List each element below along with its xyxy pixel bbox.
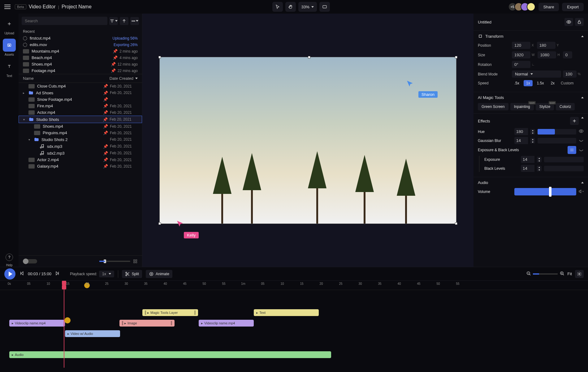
share-button[interactable]: Share <box>538 3 559 11</box>
clip-magic-tools[interactable]: ▸ Magic Tools Layer <box>142 309 198 316</box>
asset-row[interactable]: Pinguins.mp4📌Feb 20, 2021 <box>19 130 142 136</box>
upload-tab[interactable]: Upload <box>3 17 16 35</box>
toggle-effect-button[interactable] <box>579 138 584 143</box>
help-button[interactable]: ? Help <box>3 254 16 267</box>
asset-row[interactable]: Shoes.mp4📌12 mins ago <box>19 61 142 67</box>
thumbnail-zoom-slider[interactable] <box>99 261 130 262</box>
asset-row[interactable]: Footage.mp4📌22 mins ago <box>19 67 142 74</box>
asset-row[interactable]: Mountains.mp4📌2 mins ago <box>19 48 142 54</box>
more-button[interactable] <box>130 17 139 25</box>
select-tool[interactable] <box>272 2 283 12</box>
folder-row[interactable]: ▸Ad Shoes📌Feb 20, 2021 <box>19 89 142 96</box>
sort-button[interactable] <box>120 17 128 25</box>
resize-handle[interactable] <box>158 222 161 225</box>
clip-marker-avatar[interactable] <box>64 317 71 323</box>
assets-tab[interactable]: Assets <box>3 39 16 56</box>
resize-handle[interactable] <box>308 56 310 58</box>
asset-row[interactable]: Galaxy.mp4📌Feb 20, 2021 <box>19 163 142 169</box>
asset-row[interactable]: Shoes.mp4📌Feb 20, 2021 <box>19 123 142 130</box>
search-input[interactable] <box>22 17 107 25</box>
timeline-settings-button[interactable] <box>575 270 584 278</box>
asset-row[interactable]: sdx2.mp3📌Feb 20, 2021 <box>19 150 142 156</box>
collapse-button[interactable] <box>581 36 584 37</box>
black-levels-input[interactable] <box>521 165 534 172</box>
asset-row[interactable]: Actor.mp4📌Feb 20, 2021 <box>19 109 142 116</box>
project-name[interactable]: Project Name <box>62 4 92 10</box>
add-effect-button[interactable] <box>570 117 579 125</box>
play-button[interactable] <box>4 268 15 280</box>
export-button[interactable]: Export <box>562 3 584 11</box>
opacity-input[interactable] <box>563 71 577 78</box>
ai-tool-chip[interactable]: Coloriz <box>556 103 575 110</box>
custom-speed-button[interactable]: Custom <box>561 81 573 85</box>
ai-tool-chip[interactable]: Green Screen <box>478 103 508 110</box>
toggle-effect-button[interactable] <box>579 147 584 153</box>
zoom-in-button[interactable] <box>560 271 564 277</box>
ai-tool-chip[interactable]: Stylizesoon <box>536 103 554 110</box>
name-column[interactable]: Name <box>23 76 110 81</box>
clip-text[interactable]: ▸ Text <box>254 309 319 316</box>
exposure-slider[interactable] <box>544 157 584 162</box>
next-frame-button[interactable] <box>55 271 60 277</box>
speed-option[interactable]: 1x <box>524 80 533 86</box>
blur-input[interactable] <box>514 137 528 144</box>
clip-video[interactable]: ▸ Videoclip name.mp4 <box>199 320 254 327</box>
asset-row[interactable]: firstcut.mp4Uploading 56% <box>19 35 142 41</box>
date-column[interactable]: Date Created <box>110 76 138 81</box>
exposure-stepper[interactable]: ▲▼ <box>537 157 542 162</box>
asset-row[interactable]: Fire.mp4📌Feb 20, 2021 <box>19 103 142 109</box>
volume-slider[interactable] <box>514 188 576 195</box>
asset-row[interactable]: Snow Footage.mp4📌 <box>19 96 142 103</box>
expand-caret[interactable]: ▸ <box>23 91 26 95</box>
menu-button[interactable] <box>4 5 11 9</box>
view-toggle[interactable] <box>23 259 37 263</box>
blur-slider[interactable] <box>538 138 576 143</box>
zoom-level[interactable]: 33% <box>298 2 317 12</box>
split-button[interactable]: Split <box>122 270 142 278</box>
speed-option[interactable]: .5x <box>512 80 522 86</box>
lock-button[interactable] <box>575 18 584 26</box>
text-tab[interactable]: Text <box>3 60 16 78</box>
collapse-button[interactable] <box>581 97 584 98</box>
folder-row[interactable]: ▾Studio Shots📌Feb 20, 2021 <box>19 116 142 123</box>
hue-slider[interactable] <box>538 129 576 135</box>
black-stepper[interactable]: ▲▼ <box>537 166 542 171</box>
collapse-button[interactable] <box>581 117 584 118</box>
filter-button[interactable] <box>109 17 118 25</box>
expand-caret[interactable]: ▾ <box>23 118 26 121</box>
exposure-input[interactable] <box>521 156 534 163</box>
clip-image[interactable]: ▸ Image <box>119 320 175 327</box>
asset-row[interactable]: edits.movExporting 26% <box>19 41 142 48</box>
blend-mode-select[interactable]: Normal <box>512 71 561 78</box>
timeline-zoom-slider[interactable] <box>533 273 558 275</box>
collapse-button[interactable] <box>581 182 584 183</box>
hue-input[interactable] <box>514 128 528 135</box>
speed-option[interactable]: 2x <box>548 80 557 86</box>
expand-caret[interactable]: ▾ <box>28 138 32 141</box>
visibility-button[interactable] <box>564 18 573 26</box>
animate-button[interactable]: Animate <box>146 270 172 278</box>
device-preview-button[interactable] <box>319 2 330 12</box>
video-canvas[interactable]: Sharon Kelly <box>159 57 456 224</box>
width-input[interactable] <box>512 51 530 58</box>
clip-audio[interactable]: ▸ Audio <box>9 351 331 358</box>
asset-row[interactable]: Close Cuts.mp4📌Feb 20, 2021 <box>19 83 142 89</box>
asset-row[interactable]: Actor 2.mp4📌Feb 20, 2021 <box>19 156 142 163</box>
resize-handle[interactable] <box>455 56 457 58</box>
hand-tool[interactable] <box>285 2 296 12</box>
clip-video-audio[interactable]: ▸ Video w/ Audio <box>65 330 120 337</box>
size-extra-input[interactable] <box>563 51 572 58</box>
rotation-input[interactable] <box>512 61 530 68</box>
collaborator-avatars[interactable]: +5 <box>511 2 535 11</box>
hue-stepper[interactable]: ▲▼ <box>530 129 535 135</box>
fit-button[interactable]: Fit <box>568 272 572 276</box>
position-y-input[interactable] <box>537 42 556 49</box>
position-x-input[interactable] <box>512 42 530 49</box>
resize-handle[interactable] <box>158 56 161 58</box>
asset-row[interactable]: sdx.mp3📌Feb 20, 2021 <box>19 143 142 150</box>
height-input[interactable] <box>538 51 556 58</box>
black-levels-slider[interactable] <box>544 166 584 171</box>
playback-speed-select[interactable]: 1x <box>99 271 114 277</box>
asset-row[interactable]: Beach.mp4📌4 mins ago <box>19 54 142 61</box>
zoom-out-button[interactable] <box>526 271 531 277</box>
